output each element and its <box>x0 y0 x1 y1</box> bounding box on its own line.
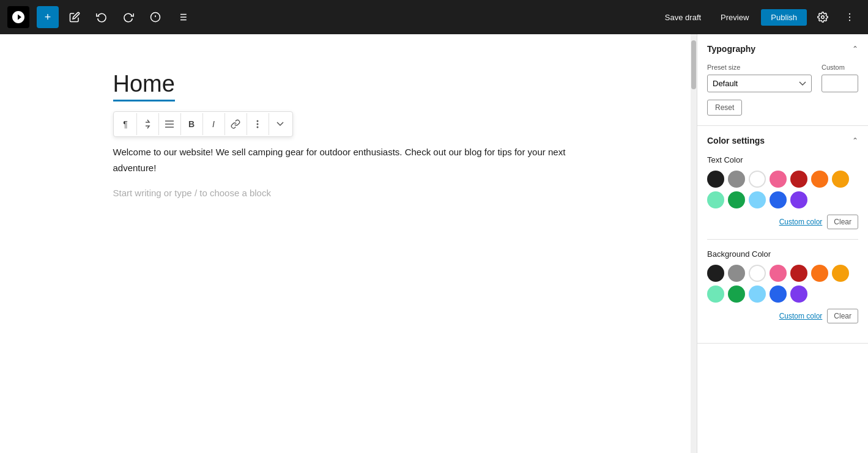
custom-col: Custom <box>822 64 858 92</box>
block-options-button[interactable] <box>269 113 291 135</box>
bg-color-swatches <box>707 265 858 303</box>
paragraph-type-button[interactable]: ¶ <box>115 113 137 135</box>
text-color-green[interactable] <box>728 191 745 208</box>
text-color-gray[interactable] <box>728 171 745 188</box>
text-color-dark-red[interactable] <box>790 171 807 188</box>
right-sidebar: Typography ⌃ Preset size Default Custom <box>697 34 868 453</box>
svg-point-16 <box>257 120 259 122</box>
preview-button[interactable]: Preview <box>713 9 756 26</box>
custom-size-input[interactable] <box>822 75 858 92</box>
preset-size-row: Preset size Default Custom <box>707 64 858 92</box>
text-color-label: Text Color <box>707 155 858 164</box>
bg-color-actions: Custom color Clear <box>707 309 858 323</box>
bg-color-purple[interactable] <box>790 285 807 303</box>
typography-section-body: Preset size Default Custom Reset <box>697 64 868 125</box>
main-layout: Home ¶ B I <box>0 34 868 453</box>
preset-size-select[interactable]: Default <box>707 75 812 92</box>
paragraph-content[interactable]: Welcome to our website! We sell camping … <box>113 144 578 175</box>
color-settings-section: Color settings ⌃ Text Color <box>697 126 868 344</box>
reset-button[interactable]: Reset <box>707 100 742 116</box>
text-color-light-green[interactable] <box>707 191 724 208</box>
svg-point-10 <box>849 13 850 15</box>
typography-section-header[interactable]: Typography ⌃ <box>697 34 868 64</box>
color-settings-toggle-icon: ⌃ <box>852 136 858 145</box>
bg-custom-color-link[interactable]: Custom color <box>779 312 823 320</box>
text-color-clear-button[interactable]: Clear <box>827 215 858 229</box>
link-button[interactable] <box>225 113 247 135</box>
typography-section: Typography ⌃ Preset size Default Custom <box>697 34 868 126</box>
svg-point-12 <box>849 20 850 21</box>
bg-color-green[interactable] <box>728 285 745 303</box>
publish-button[interactable]: Publish <box>761 9 807 26</box>
text-custom-color-link[interactable]: Custom color <box>779 218 823 226</box>
svg-point-9 <box>822 16 825 19</box>
more-options-button[interactable] <box>839 6 861 28</box>
bg-color-light-blue[interactable] <box>749 285 766 303</box>
bg-color-blue[interactable] <box>770 285 787 303</box>
bold-button[interactable]: B <box>181 113 203 135</box>
bg-color-dark-red[interactable] <box>790 265 807 282</box>
typography-title: Typography <box>707 44 755 54</box>
list-view-button[interactable] <box>171 6 193 28</box>
text-color-orange[interactable] <box>811 171 828 188</box>
text-color-black[interactable] <box>707 171 724 188</box>
text-color-pink[interactable] <box>770 171 787 188</box>
move-block-button[interactable] <box>137 113 159 135</box>
text-color-swatches <box>707 171 858 208</box>
bg-color-yellow[interactable] <box>832 265 849 282</box>
editor-area[interactable]: Home ¶ B I <box>0 34 691 453</box>
bg-color-light-green[interactable] <box>707 285 724 303</box>
svg-point-11 <box>849 17 850 18</box>
wp-logo <box>7 6 29 28</box>
bg-color-black[interactable] <box>707 265 724 282</box>
scrollbar-thumb <box>691 40 696 89</box>
align-button[interactable] <box>159 113 181 135</box>
bg-color-white[interactable] <box>749 265 766 282</box>
undo-button[interactable] <box>91 6 113 28</box>
save-draft-button[interactable]: Save draft <box>658 9 708 26</box>
color-settings-body: Text Color Custom color <box>697 155 868 343</box>
text-color-yellow[interactable] <box>832 171 849 188</box>
text-color-blue[interactable] <box>770 191 787 208</box>
italic-button[interactable]: I <box>203 113 225 135</box>
text-color-purple[interactable] <box>790 191 807 208</box>
top-bar: + Save draft Preview Publish <box>0 0 868 34</box>
custom-label: Custom <box>822 64 858 71</box>
bg-color-gray[interactable] <box>728 265 745 282</box>
add-block-button[interactable]: + <box>37 6 59 28</box>
text-color-actions: Custom color Clear <box>707 215 858 229</box>
text-color-light-blue[interactable] <box>749 191 766 208</box>
bg-color-pink[interactable] <box>770 265 787 282</box>
color-settings-title: Color settings <box>707 136 765 145</box>
editor-inner: Home ¶ B I <box>89 34 603 223</box>
bg-color-orange[interactable] <box>811 265 828 282</box>
redo-button[interactable] <box>117 6 139 28</box>
info-button[interactable] <box>144 6 166 28</box>
top-bar-right: Save draft Preview Publish <box>658 6 861 28</box>
settings-button[interactable] <box>812 6 834 28</box>
color-settings-header[interactable]: Color settings ⌃ <box>697 126 868 155</box>
svg-point-18 <box>257 127 259 128</box>
preset-size-col: Preset size Default <box>707 64 812 92</box>
bg-color-label: Background Color <box>707 249 858 259</box>
block-toolbar: ¶ B I <box>113 111 293 137</box>
edit-button[interactable] <box>64 6 86 28</box>
text-color-white[interactable] <box>749 171 766 188</box>
post-title[interactable]: Home <box>113 71 175 101</box>
start-writing-placeholder[interactable]: Start writing or type / to choose a bloc… <box>113 188 578 198</box>
preset-size-label: Preset size <box>707 64 812 71</box>
typography-toggle-icon: ⌃ <box>852 45 858 53</box>
color-divider <box>707 239 858 240</box>
bg-color-clear-button[interactable]: Clear <box>827 309 858 323</box>
svg-point-17 <box>257 123 259 125</box>
editor-scrollbar[interactable] <box>691 34 697 453</box>
more-options-toolbar-button[interactable] <box>247 113 269 135</box>
